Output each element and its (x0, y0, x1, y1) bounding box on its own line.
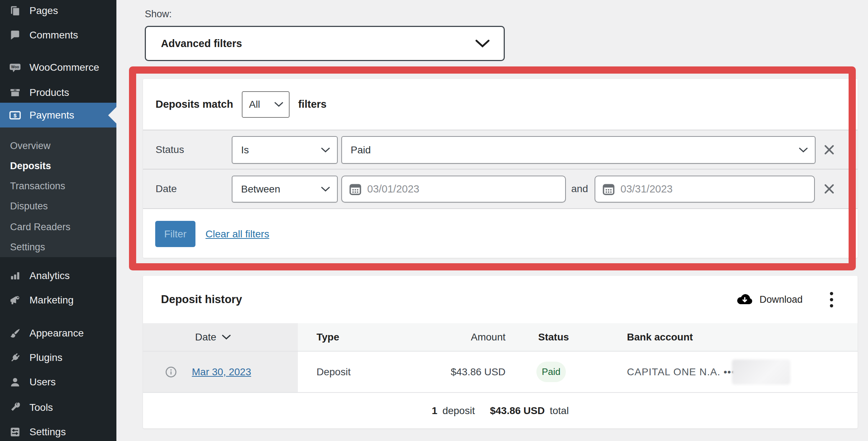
table-header-row: Date Type Amount Status Bank account (143, 323, 858, 351)
sidebar-item-marketing[interactable]: Marketing (0, 288, 116, 312)
sidebar-item-pages[interactable]: Pages (0, 0, 116, 23)
settings-icon (9, 426, 22, 438)
filters-actions-row: Filter Clear all filters (143, 208, 858, 258)
sidebar-item-users[interactable]: Users (0, 370, 116, 394)
deposit-amount-cell: $43.86 USD (416, 352, 505, 392)
plugins-icon (9, 351, 22, 364)
column-header-amount: Amount (416, 323, 505, 351)
chevron-down-icon (799, 148, 808, 153)
cloud-download-icon (737, 293, 753, 306)
show-filter-select[interactable]: Advanced filters (145, 26, 505, 61)
table-summary-row: 1 deposit $43.86 USD total (143, 393, 858, 428)
date-and-label: and (571, 183, 588, 195)
deposit-date-link[interactable]: Mar 30, 2023 (192, 352, 251, 392)
sidebar-item-card-readers[interactable]: Card Readers (0, 217, 116, 237)
show-filter-label: Show: (145, 9, 172, 20)
sidebar-item-comments[interactable]: Comments (0, 23, 116, 47)
sidebar-item-tools[interactable]: Tools (0, 395, 116, 420)
analytics-icon (9, 269, 22, 282)
clear-all-filters-link[interactable]: Clear all filters (206, 221, 269, 247)
status-value-select[interactable]: Paid (341, 136, 816, 164)
redacted-account-number (732, 359, 790, 385)
remove-status-filter-button[interactable] (818, 139, 840, 161)
match-rule-select[interactable]: All (242, 91, 290, 118)
sidebar-item-appearance[interactable]: Appearance (0, 321, 116, 345)
info-icon[interactable] (165, 352, 177, 392)
deposit-history-card: Deposit history Download Date Type Amoun… (143, 276, 858, 428)
sidebar-item-disputes[interactable]: Disputes (0, 196, 116, 216)
sidebar-item-settings[interactable]: Settings (0, 420, 116, 441)
sidebar-item-analytics[interactable]: Analytics (0, 264, 116, 288)
woocommerce-icon: Woo (9, 61, 22, 74)
payments-submenu: Overview Deposits Transactions Disputes … (0, 127, 116, 257)
sort-chevron-down-icon (222, 335, 231, 340)
date-from-input[interactable]: 03/01/2023 (341, 176, 566, 203)
chevron-down-icon (321, 148, 330, 153)
marketing-icon (9, 294, 22, 307)
bank-account-cell: CAPITAL ONE N.A. •••• (627, 352, 739, 392)
filter-button[interactable]: Filter (155, 221, 195, 247)
calendar-icon (602, 182, 615, 196)
sidebar-item-woocommerce[interactable]: Woo WooCommerce (0, 55, 116, 80)
sidebar-item-payments-settings[interactable]: Settings (0, 237, 116, 257)
admin-sidebar: Pages Comments Woo WooCommerce Products … (0, 0, 116, 441)
deposit-count: 1 (432, 405, 438, 417)
sidebar-item-overview[interactable]: Overview (0, 136, 116, 156)
status-row-label: Status (156, 144, 184, 155)
svg-text:$: $ (14, 112, 17, 118)
filters-match-row: Deposits match All filters (143, 79, 858, 130)
appearance-icon (9, 327, 22, 340)
status-operator-select[interactable]: Is (232, 136, 338, 164)
close-icon (824, 144, 835, 155)
status-filter-row: Status Is Paid (143, 130, 858, 169)
sidebar-item-payments[interactable]: $ Payments (0, 103, 116, 127)
date-filter-row: Date Between 03/01/2023 and 03/31/2023 (143, 169, 858, 208)
date-to-input[interactable]: 03/31/2023 (595, 176, 815, 203)
deposit-table-row: Mar 30, 2023 Deposit $43.86 USD Paid CAP… (143, 352, 858, 392)
calendar-icon (348, 182, 362, 196)
page: Pages Comments Woo WooCommerce Products … (0, 0, 868, 441)
match-suffix-label: filters (298, 98, 327, 110)
svg-text:Woo: Woo (11, 65, 19, 69)
column-header-date[interactable]: Date (195, 323, 231, 351)
deposit-count-label: deposit (442, 405, 475, 417)
deposit-type-cell: Deposit (317, 352, 351, 392)
column-header-type: Type (317, 323, 339, 351)
sidebar-item-plugins[interactable]: Plugins (0, 345, 116, 370)
pages-icon (9, 4, 22, 17)
date-operator-select[interactable]: Between (232, 176, 338, 203)
chevron-down-icon (321, 187, 330, 192)
match-prefix-label: Deposits match (156, 98, 233, 110)
date-row-label: Date (156, 183, 177, 195)
comments-icon (9, 29, 22, 42)
deposit-total: $43.86 USD (490, 405, 545, 417)
download-button[interactable]: Download (737, 289, 803, 310)
column-header-bank-account: Bank account (627, 323, 693, 351)
status-badge-paid: Paid (536, 362, 566, 382)
advanced-filters-panel: Deposits match All filters Status Is Pai… (143, 79, 858, 258)
close-icon (824, 184, 835, 194)
users-icon (9, 376, 22, 389)
products-icon (9, 86, 22, 99)
sidebar-item-products[interactable]: Products (0, 80, 116, 105)
deposit-history-title: Deposit history (161, 276, 242, 323)
ellipsis-menu-button[interactable] (823, 289, 840, 310)
show-filter-value: Advanced filters (161, 38, 242, 50)
payments-icon: $ (9, 109, 22, 122)
sidebar-item-deposits[interactable]: Deposits (0, 156, 116, 176)
chevron-down-icon (274, 102, 283, 107)
deposit-total-label: total (550, 405, 569, 417)
column-header-status: Status (538, 323, 569, 351)
chevron-down-icon (475, 39, 490, 48)
remove-date-filter-button[interactable] (818, 178, 840, 200)
tools-icon (9, 401, 22, 414)
sidebar-item-transactions[interactable]: Transactions (0, 176, 116, 196)
